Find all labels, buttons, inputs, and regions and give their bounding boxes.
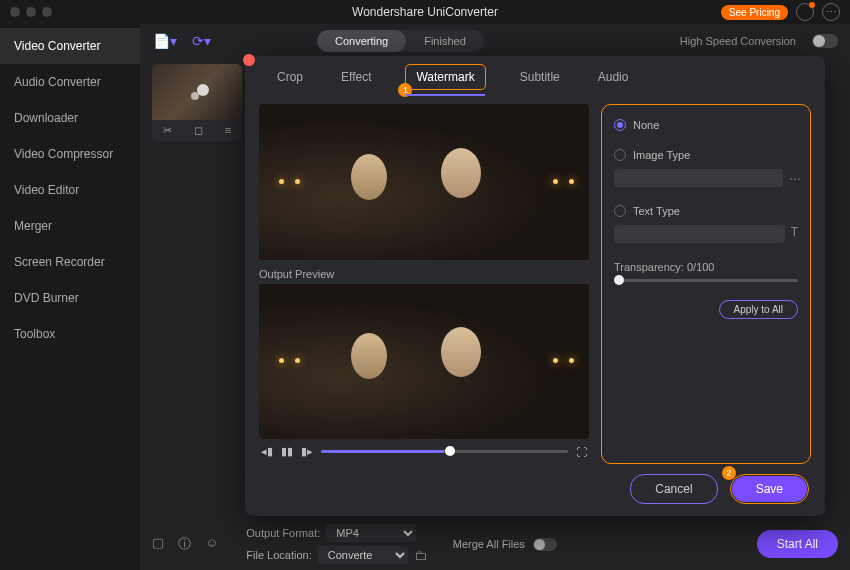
video-thumbnail [152, 64, 242, 120]
status-segmented: Converting Finished [317, 30, 484, 52]
tab-crop[interactable]: Crop [273, 64, 307, 90]
sidebar-item-video-editor[interactable]: Video Editor [0, 172, 140, 208]
cancel-button[interactable]: Cancel [630, 474, 717, 504]
playback-controls: ◂▮ ▮▮ ▮▸ ⛶ [259, 439, 589, 464]
radio-image-label: Image Type [633, 149, 690, 161]
high-speed-toggle[interactable] [812, 34, 838, 48]
tab-effect[interactable]: Effect [337, 64, 375, 90]
output-preview-label: Output Preview [259, 268, 589, 280]
merge-label: Merge All Files [453, 538, 525, 550]
seek-slider[interactable] [321, 450, 568, 453]
sidebar-item-dvd-burner[interactable]: DVD Burner [0, 280, 140, 316]
feedback-icon[interactable]: ☺ [205, 535, 218, 553]
minimize-window-icon[interactable] [26, 7, 36, 17]
more-icon[interactable]: ≡ [225, 124, 231, 137]
sidebar-item-screen-recorder[interactable]: Screen Recorder [0, 244, 140, 280]
trim-icon[interactable]: ✂ [163, 124, 172, 137]
source-preview [259, 104, 589, 260]
add-url-icon[interactable]: ⟳▾ [188, 28, 214, 54]
window-controls [0, 7, 52, 17]
sidebar-item-video-converter[interactable]: Video Converter [0, 28, 140, 64]
radio-icon [614, 119, 626, 131]
text-style-icon[interactable]: T [791, 225, 798, 243]
image-path-input[interactable] [614, 169, 783, 187]
help-icon[interactable]: ⓘ [178, 535, 191, 553]
card-tools: ✂ ◻ ≡ [152, 120, 242, 141]
annotation-1-badge: 1 [398, 83, 412, 97]
save-button[interactable]: Save [732, 476, 807, 502]
file-location-label: File Location: [246, 549, 311, 561]
radio-none-label: None [633, 119, 659, 131]
app-title: Wondershare UniConverter [352, 5, 498, 19]
radio-icon [614, 149, 626, 161]
start-all-button[interactable]: Start All [757, 530, 838, 558]
desktop-icon[interactable]: ▢ [152, 535, 164, 553]
browse-image-icon[interactable]: … [789, 169, 801, 187]
radio-text-type[interactable]: Text Type [614, 205, 798, 217]
dialog-footer: Cancel 2 Save [245, 464, 825, 516]
watermark-panel: None Image Type … Text Type [601, 104, 811, 464]
apply-to-all-button[interactable]: Apply to All [719, 300, 798, 319]
text-watermark-input[interactable] [614, 225, 785, 243]
close-window-icon[interactable] [10, 7, 20, 17]
high-speed-label: High Speed Conversion [680, 35, 796, 47]
settings-icon[interactable]: ⋯ [822, 3, 840, 21]
tab-audio[interactable]: Audio [594, 64, 633, 90]
radio-none[interactable]: None [614, 119, 798, 131]
tab-finished[interactable]: Finished [406, 30, 484, 52]
merge-toggle[interactable] [533, 538, 557, 551]
edit-dialog: Crop Effect Watermark 1 Subtitle Audio O… [245, 56, 825, 516]
sidebar-item-merger[interactable]: Merger [0, 208, 140, 244]
titlebar: Wondershare UniConverter See Pricing ⋯ [0, 0, 850, 24]
transparency-label: Transparency: 0/100 [614, 261, 798, 273]
pause-icon[interactable]: ▮▮ [281, 445, 293, 458]
see-pricing-button[interactable]: See Pricing [721, 5, 788, 20]
sidebar: Video Converter Audio Converter Download… [0, 24, 140, 570]
radio-text-label: Text Type [633, 205, 680, 217]
maximize-window-icon[interactable] [42, 7, 52, 17]
tab-converting[interactable]: Converting [317, 30, 406, 52]
open-folder-icon[interactable]: 🗀 [414, 548, 427, 563]
save-button-highlight: 2 Save [730, 474, 809, 504]
account-icon[interactable] [796, 3, 814, 21]
output-preview [259, 284, 589, 440]
sidebar-item-downloader[interactable]: Downloader [0, 100, 140, 136]
dialog-tabs: Crop Effect Watermark 1 Subtitle Audio [245, 56, 825, 90]
crop-icon[interactable]: ◻ [194, 124, 203, 137]
output-format-label: Output Format: [246, 527, 320, 539]
bottom-bar: ▢ ⓘ ☺ Output Format: MP4 File Location: … [140, 518, 850, 570]
annotation-2-badge: 2 [722, 466, 736, 480]
radio-icon [614, 205, 626, 217]
sidebar-item-video-compressor[interactable]: Video Compressor [0, 136, 140, 172]
tab-subtitle[interactable]: Subtitle [516, 64, 564, 90]
output-format-select[interactable]: MP4 [326, 524, 416, 542]
file-card[interactable]: ✂ ◻ ≡ [152, 64, 242, 141]
tab-watermark[interactable]: Watermark 1 [405, 64, 485, 90]
dialog-close-icon[interactable] [243, 54, 255, 66]
sidebar-item-toolbox[interactable]: Toolbox [0, 316, 140, 352]
toolbar: 📄▾ ⟳▾ Converting Finished High Speed Con… [140, 24, 850, 58]
sidebar-item-audio-converter[interactable]: Audio Converter [0, 64, 140, 100]
tab-watermark-label: Watermark [416, 70, 474, 84]
next-frame-icon[interactable]: ▮▸ [301, 445, 313, 458]
prev-frame-icon[interactable]: ◂▮ [261, 445, 273, 458]
fullscreen-icon[interactable]: ⛶ [576, 446, 587, 458]
transparency-slider[interactable] [614, 279, 798, 282]
radio-image-type[interactable]: Image Type [614, 149, 798, 161]
add-file-icon[interactable]: 📄▾ [152, 28, 178, 54]
file-location-select[interactable]: Converted [318, 546, 408, 564]
preview-column: Output Preview ◂▮ ▮▮ ▮▸ ⛶ [259, 104, 589, 464]
